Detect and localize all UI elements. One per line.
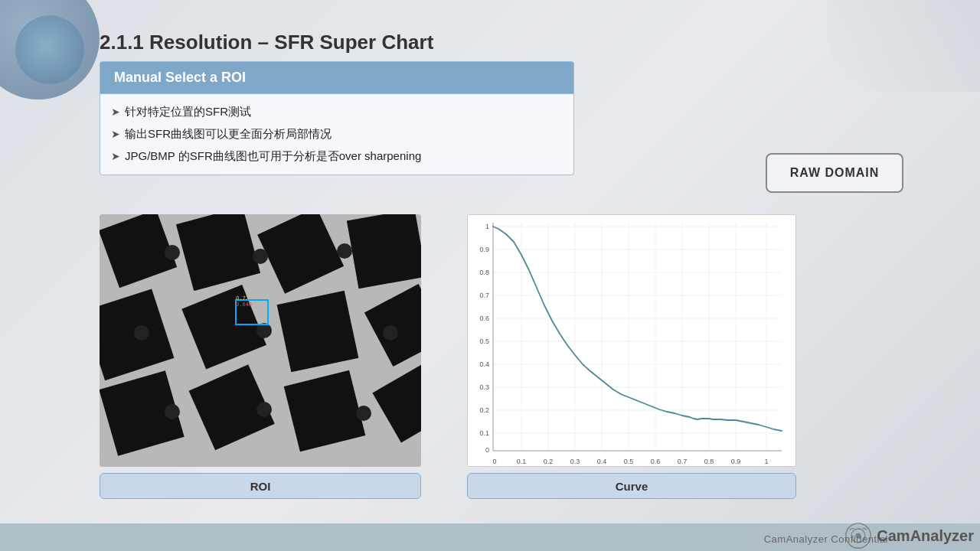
left-panel: Manual Select a ROI ➤ 针对特定位置的SFR测试 ➤ 输出S… [100, 61, 574, 175]
bullet-arrow-1: ➤ [111, 106, 120, 118]
svg-text:1: 1 [764, 458, 768, 465]
camera-image: 0.77 0.040 [100, 214, 421, 467]
svg-text:0.6: 0.6 [479, 315, 489, 322]
images-row: 0.77 0.040 ROI 1 0.9 0.8 0.7 0.6 0.5 0.4… [100, 214, 880, 474]
svg-text:0.1: 0.1 [517, 458, 527, 465]
svg-text:0.9: 0.9 [479, 246, 489, 253]
roi-button[interactable]: ROI [100, 473, 421, 499]
svg-text:0.2: 0.2 [544, 458, 554, 465]
raw-domain-button[interactable]: RAW DOMAIN [766, 153, 903, 193]
bullet-box: ➤ 针对特定位置的SFR测试 ➤ 输出SFR曲线图可以更全面分析局部情况 ➤ J… [100, 94, 574, 175]
svg-text:0.77: 0.77 [236, 295, 249, 302]
bullet-item-3: ➤ JPG/BMP 的SFR曲线图也可用于分析是否over sharpening [111, 149, 560, 164]
sfr-chart-svg: 1 0.9 0.8 0.7 0.6 0.5 0.4 0.3 0.2 0.1 0 … [468, 215, 796, 467]
svg-rect-4 [347, 214, 421, 289]
svg-text:0.2: 0.2 [479, 406, 489, 414]
manual-roi-header: Manual Select a ROI [100, 61, 574, 94]
bullet-arrow-3: ➤ [111, 150, 120, 162]
svg-rect-7 [277, 291, 359, 373]
svg-text:0: 0 [492, 458, 496, 465]
target-pattern: 0.77 0.040 [100, 214, 421, 467]
bullet-item-2: ➤ 输出SFR曲线图可以更全面分析局部情况 [111, 127, 560, 142]
svg-text:0.7: 0.7 [479, 292, 489, 299]
svg-point-16 [134, 325, 149, 341]
svg-text:0.040: 0.040 [236, 302, 252, 308]
svg-text:0: 0 [485, 446, 489, 454]
svg-text:0.7: 0.7 [678, 458, 688, 465]
bullet-arrow-2: ➤ [111, 128, 120, 140]
bottom-bar: CamAnalyzer Confidential CamAnalyzer [0, 523, 980, 551]
svg-point-72 [856, 533, 861, 538]
svg-text:0.3: 0.3 [479, 383, 489, 391]
svg-text:0.5: 0.5 [479, 337, 489, 345]
svg-text:0.6: 0.6 [651, 458, 661, 465]
svg-text:0.9: 0.9 [731, 458, 741, 465]
svg-rect-25 [468, 215, 796, 467]
chart-area: 1 0.9 0.8 0.7 0.6 0.5 0.4 0.3 0.2 0.1 0 … [467, 214, 796, 467]
cam-analyzer-logo-text: CamAnalyzer [877, 527, 974, 545]
bullet-item-1: ➤ 针对特定位置的SFR测试 [111, 105, 560, 119]
svg-point-14 [253, 249, 268, 264]
bullet-text-1: 针对特定位置的SFR测试 [125, 105, 251, 119]
logo-area: CamAnalyzer [844, 522, 980, 549]
svg-text:0.5: 0.5 [624, 458, 634, 465]
svg-text:1: 1 [485, 223, 489, 230]
svg-text:0.4: 0.4 [479, 360, 489, 368]
page-title: 2.1.1 Resolution – SFR Super Chart [100, 31, 942, 54]
svg-text:0.8: 0.8 [479, 269, 489, 276]
svg-text:0.3: 0.3 [570, 458, 580, 465]
camera-image-container: 0.77 0.040 ROI [100, 214, 421, 474]
bullet-text-2: 输出SFR曲线图可以更全面分析局部情况 [125, 127, 332, 142]
chart-container: 1 0.9 0.8 0.7 0.6 0.5 0.4 0.3 0.2 0.1 0 … [467, 214, 796, 474]
target-svg: 0.77 0.040 [100, 214, 421, 467]
svg-text:0.1: 0.1 [479, 429, 489, 437]
svg-point-20 [256, 402, 272, 417]
cam-analyzer-logo-icon [844, 522, 872, 549]
bullet-text-3: JPG/BMP 的SFR曲线图也可用于分析是否over sharpening [125, 149, 421, 164]
svg-point-18 [383, 325, 398, 341]
svg-text:0.8: 0.8 [704, 458, 714, 465]
svg-point-21 [356, 406, 371, 421]
svg-point-13 [165, 245, 180, 260]
svg-text:0.4: 0.4 [597, 458, 607, 465]
curve-button[interactable]: Curve [467, 473, 796, 499]
svg-point-15 [337, 243, 352, 259]
svg-point-19 [165, 404, 180, 419]
